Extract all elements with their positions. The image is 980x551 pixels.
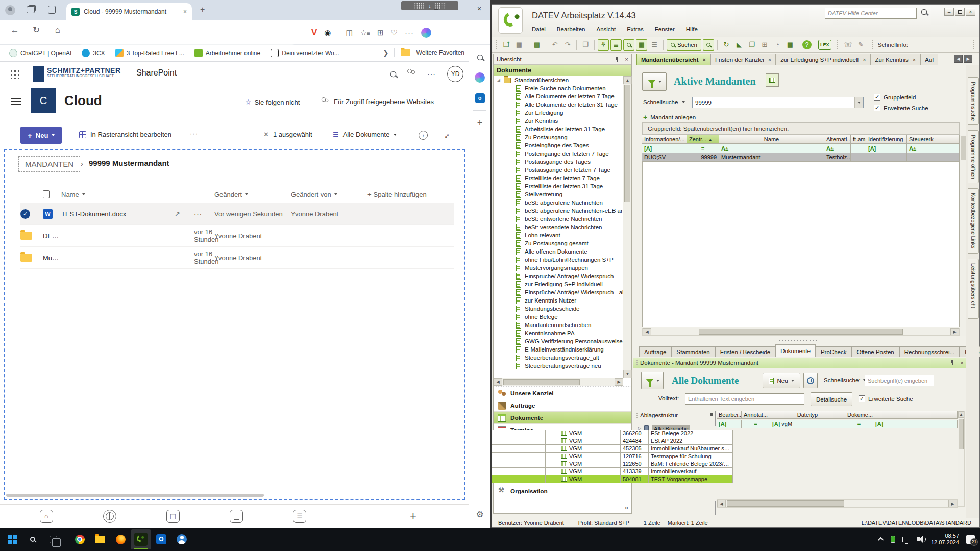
- search-settings-icon[interactable]: [703, 39, 714, 51]
- scroll-down-icon[interactable]: ▼: [623, 370, 632, 378]
- tree-item[interactable]: Mustervorgangsmappen: [494, 264, 623, 272]
- workspaces-icon[interactable]: [27, 6, 35, 13]
- split-screen-icon[interactable]: ◫: [346, 28, 353, 37]
- bookmark-item[interactable]: Dein vernetzter Wo...: [266, 47, 344, 59]
- tree-item[interactable]: Kenntnisnahme PA: [494, 329, 623, 337]
- datev-minimize-button[interactable]: –: [944, 8, 954, 16]
- add-column-button[interactable]: +Spalte hinzufügen: [368, 191, 454, 198]
- shared-sites-link[interactable]: Für Zugriff freigegebene Websites: [321, 98, 434, 106]
- bookmark-item[interactable]: Arbeitnehmer online: [190, 47, 264, 59]
- bottom-tab[interactable]: Fristen / Bescheide: [715, 346, 775, 357]
- expand-icon[interactable]: ↔: [440, 129, 452, 141]
- column-informationen[interactable]: Informationen/...: [642, 135, 687, 144]
- menu-item[interactable]: Datei: [532, 26, 546, 32]
- column-bezeichnung[interactable]: [873, 411, 958, 419]
- favorites-bar-icon[interactable]: ☆≡: [360, 28, 370, 37]
- datev-close-button[interactable]: ×: [966, 8, 975, 16]
- list-view-icon[interactable]: ☰: [649, 39, 660, 51]
- firefox-icon[interactable]: [110, 529, 131, 549]
- docs-erweiterte-checkbox[interactable]: ✓Erweiterte Suche: [859, 395, 913, 402]
- tray-expand-icon[interactable]: [878, 537, 884, 543]
- tree-item[interactable]: beSt: abgerufene Nachrichten-eEB an...: [494, 207, 623, 215]
- scan-icon[interactable]: ◣: [733, 39, 745, 51]
- refresh-icon[interactable]: ↻: [29, 24, 44, 35]
- print-icon[interactable]: ▤: [531, 39, 543, 51]
- pin-icon[interactable]: [615, 57, 620, 62]
- tree-root[interactable]: ◢ Standardübersichten: [494, 76, 623, 84]
- menu-item[interactable]: Fenster: [655, 26, 675, 32]
- tree-item[interactable]: Arbeitsliste der letzten 31 Tage: [494, 125, 623, 133]
- tree-item[interactable]: beSt: versendete Nachrichten: [494, 223, 623, 231]
- breadcrumb-root[interactable]: MANDANTEN: [18, 156, 80, 172]
- tray-battery-icon[interactable]: [891, 536, 895, 543]
- column-modified[interactable]: Geändert: [214, 191, 291, 198]
- file-type-column-icon[interactable]: [43, 190, 50, 198]
- datev-taskbar-icon[interactable]: [131, 529, 151, 549]
- new-tab-button[interactable]: +: [200, 5, 205, 14]
- tree-item[interactable]: Zu Postausgang: [494, 133, 623, 141]
- tree-item[interactable]: Alle offenen Dokumente: [494, 247, 623, 256]
- side-tab-programmsuche[interactable]: Programmsuche: [968, 77, 979, 125]
- extension-v-icon[interactable]: V: [311, 28, 317, 38]
- doc-row[interactable]: VGM 366260 ESt-Belege 2022: [492, 430, 733, 437]
- docs-filter-button[interactable]: [641, 372, 664, 389]
- tray-volume-icon[interactable]: [917, 537, 920, 541]
- sp-people-icon[interactable]: [407, 71, 416, 77]
- bookmarks-overflow-icon[interactable]: ❯: [383, 49, 389, 57]
- edit-note-icon[interactable]: ✎: [855, 39, 867, 51]
- mandanten-list-icon[interactable]: [766, 73, 779, 87]
- datev-tab[interactable]: Auf ×: [920, 54, 938, 65]
- search-document-icon[interactable]: [623, 39, 634, 51]
- sp-new-button[interactable]: + Neu: [20, 127, 62, 144]
- tree-item[interactable]: Zur Erledigung: [494, 109, 623, 117]
- clock[interactable]: 08:57 12.07.2024: [931, 533, 959, 546]
- datev-tab[interactable]: Fristen der Kanzlei ×: [710, 54, 776, 65]
- home-icon[interactable]: ⌂: [50, 25, 65, 35]
- tree-item[interactable]: Steuerberatungsverträge_alt: [494, 354, 623, 362]
- sp-search-icon[interactable]: [390, 71, 397, 77]
- row-check-icon[interactable]: ✓: [20, 209, 30, 219]
- datev-tab[interactable]: Mandantenübersicht ×: [636, 54, 710, 65]
- column-identifizierung[interactable]: Identifizierung: [866, 135, 907, 144]
- doc-row[interactable]: VGM 424484 ESt AP 2022: [492, 437, 733, 445]
- help-icon[interactable]: ?: [802, 40, 812, 49]
- more-favorites-label[interactable]: Weitere Favoriten: [416, 49, 464, 56]
- documents-icon[interactable]: ❐: [746, 39, 757, 51]
- bookmark-item[interactable]: 3CX: [78, 47, 109, 59]
- copilot-icon[interactable]: [421, 28, 431, 38]
- more-menu-icon[interactable]: ···: [405, 29, 414, 37]
- file-name[interactable]: DEMO: [43, 232, 61, 240]
- share-icon[interactable]: ↗: [175, 210, 194, 218]
- contacts-taskbar-icon[interactable]: [172, 529, 192, 549]
- nav-item[interactable]: Organisation: [494, 485, 631, 497]
- extension-swirl-icon[interactable]: ◉: [324, 28, 331, 37]
- scroll-up-icon[interactable]: ▲: [958, 411, 964, 418]
- erweiterte-suche-checkbox[interactable]: ✓Erweiterte Suche: [874, 105, 928, 111]
- file-name[interactable]: TEST-Dokument.docx: [61, 210, 175, 218]
- back-icon[interactable]: ←: [7, 25, 22, 35]
- mandant-anlegen-link[interactable]: + Mandant anlegen: [643, 113, 696, 121]
- tree-item[interactable]: zur Kenntnis Nutzer: [494, 296, 623, 305]
- save-icon[interactable]: ▦: [513, 39, 525, 51]
- sidebar-add-icon[interactable]: +: [469, 113, 491, 133]
- tree-item[interactable]: Steuerberatungsverträge neu: [494, 362, 623, 370]
- side-tab-programme-oeffnen[interactable]: Programme öffnen: [968, 130, 979, 183]
- clear-selection-button[interactable]: ✕ 1 ausgewählt: [263, 131, 312, 138]
- tree-item[interactable]: Mandantenrundschreiben: [494, 321, 623, 329]
- tree-horizontal-scrollbar[interactable]: ◀ ▶: [494, 378, 623, 386]
- docs-vscrollbar[interactable]: ▲: [958, 411, 965, 507]
- tree-item[interactable]: Einsprüche/ Anträge/ Widerspruch: [494, 272, 623, 280]
- tree-item[interactable]: Posteingänge des Tages: [494, 141, 623, 149]
- tab-scroll-left-icon[interactable]: ◀: [954, 55, 963, 63]
- sidebar-settings-icon[interactable]: ⚙: [469, 504, 491, 524]
- menu-item[interactable]: Extras: [627, 26, 644, 32]
- stopwatch-icon[interactable]: ◔: [772, 39, 783, 51]
- taskbar-search-icon[interactable]: [22, 529, 43, 549]
- tree-item[interactable]: Freie Suche nach Dokumenten: [494, 84, 623, 92]
- scroll-right-icon[interactable]: ▶: [615, 378, 623, 386]
- nav-item[interactable]: Dokumente: [494, 412, 631, 424]
- bookmark-item[interactable]: 3 Top-Rated Free L...: [111, 47, 188, 59]
- tab-close-icon[interactable]: ×: [768, 57, 771, 63]
- appbar-add-icon[interactable]: +: [410, 510, 416, 523]
- panel-splitter[interactable]: [778, 339, 819, 341]
